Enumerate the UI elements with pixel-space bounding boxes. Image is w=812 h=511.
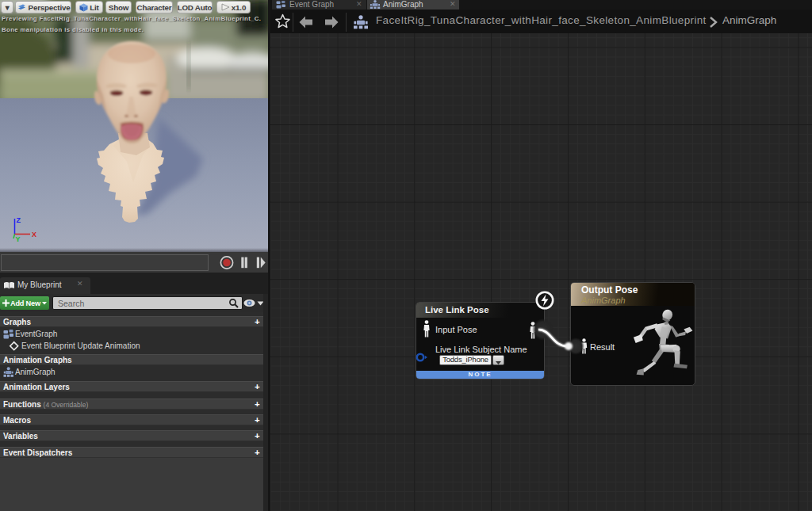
- svg-text:Z: Z: [17, 216, 21, 224]
- svg-text:X: X: [32, 231, 36, 238]
- svg-text:Y: Y: [16, 235, 21, 243]
